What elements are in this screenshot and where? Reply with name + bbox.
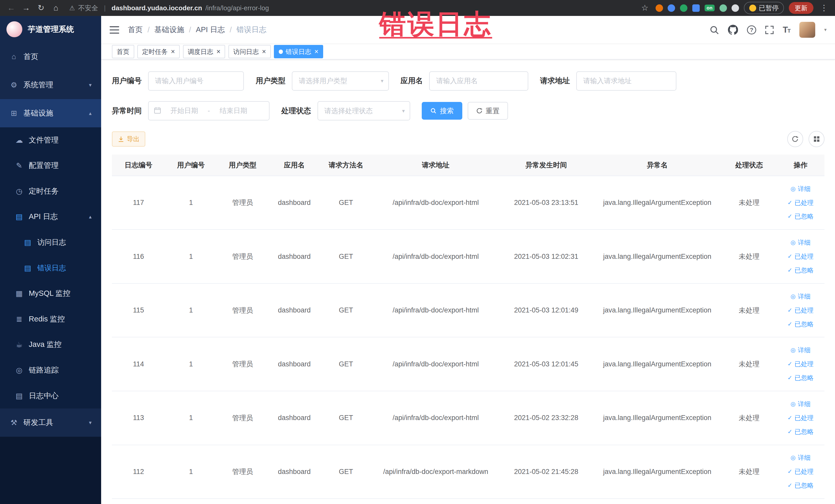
close-icon[interactable]: × <box>217 48 221 56</box>
user-menu-caret-icon[interactable]: ▾ <box>824 27 827 33</box>
browser-home-icon[interactable]: ⌂ <box>50 0 62 16</box>
bookmark-star-icon[interactable]: ☆ <box>639 0 651 16</box>
extension-icon-6[interactable] <box>732 4 739 12</box>
mark-processed-link[interactable]: ✓ 已处理 <box>779 249 822 263</box>
breadcrumb-home[interactable]: 首页 <box>128 25 143 35</box>
help-icon[interactable]: ? <box>747 25 756 35</box>
breadcrumb-infrastructure[interactable]: 基础设施 <box>154 25 184 35</box>
column-header: 异常名 <box>593 155 721 176</box>
filter-user-type: 用户类型 请选择用户类型 ▾ <box>256 72 389 90</box>
breadcrumb-api-log[interactable]: API 日志 <box>196 25 225 35</box>
search-icon[interactable] <box>710 25 719 35</box>
sidebar-item-system[interactable]: ⚙ 系统管理 ▾ <box>0 71 101 99</box>
mark-ignored-link[interactable]: ✓ 已忽略 <box>779 209 822 223</box>
tab-home[interactable]: 首页 <box>112 45 134 58</box>
document-icon: ▤ <box>23 264 32 273</box>
cell-user-type: 管理员 <box>217 176 268 230</box>
sidebar-item-redis-monitor[interactable]: ≣ Redis 监控 <box>0 306 101 332</box>
tab-access-log[interactable]: 访问日志 × <box>228 45 271 58</box>
date-range-picker[interactable]: - <box>148 101 269 120</box>
sidebar-item-file-mgmt[interactable]: ☁ 文件管理 <box>0 127 101 153</box>
export-button[interactable]: 导出 <box>112 132 145 146</box>
mark-processed-link[interactable]: ✓ 已处理 <box>779 411 822 425</box>
tab-scheduler-log[interactable]: 调度日志 × <box>183 45 225 58</box>
sidebar-item-label: 研发工具 <box>23 418 53 428</box>
detail-link[interactable]: ◎ 详细 <box>779 451 822 465</box>
security-label[interactable]: 不安全 <box>78 4 98 13</box>
column-settings-button[interactable] <box>809 131 824 147</box>
reset-button[interactable]: 重置 <box>468 102 508 119</box>
mark-processed-link[interactable]: ✓ 已处理 <box>779 196 822 210</box>
extension-icon-5[interactable] <box>719 4 727 12</box>
close-icon[interactable]: × <box>262 48 266 56</box>
detail-link[interactable]: ◎ 详细 <box>779 397 822 411</box>
tab-scheduled-jobs[interactable]: 定时任务 × <box>137 45 180 58</box>
date-end-input[interactable] <box>213 107 254 115</box>
sidebar-item-api-log[interactable]: ▤ API 日志 ▴ <box>0 204 101 230</box>
sidebar-item-home[interactable]: ⌂ 首页 <box>0 43 101 71</box>
sidebar-item-access-log[interactable]: ▤ 访问日志 <box>0 229 101 255</box>
sidebar-item-config-mgmt[interactable]: ✎ 配置管理 <box>0 153 101 179</box>
browser-menu-icon[interactable]: ⋮ <box>818 0 830 16</box>
paused-badge[interactable]: 已暂停 <box>744 2 784 14</box>
sidebar-item-trace[interactable]: ◎ 链路追踪 <box>0 357 101 383</box>
sidebar-item-java-monitor[interactable]: ☕ Java 监控 <box>0 332 101 358</box>
close-icon[interactable]: × <box>171 48 175 56</box>
search-button[interactable]: 搜索 <box>422 102 462 119</box>
cell-user-id: 1 <box>165 229 217 283</box>
extension-icon-3[interactable] <box>680 4 687 12</box>
chevron-up-icon: ▴ <box>89 214 91 220</box>
sidebar-item-mysql-monitor[interactable]: ▦ MySQL 监控 <box>0 281 101 306</box>
detail-link[interactable]: ◎ 详细 <box>779 182 822 196</box>
app-name-input[interactable] <box>429 72 528 90</box>
app-logo[interactable]: 芋道管理系统 <box>0 16 101 43</box>
detail-link[interactable]: ◎ 详细 <box>779 236 822 249</box>
processed-link-label: 已处理 <box>794 411 814 425</box>
extension-icon-4[interactable] <box>692 4 700 12</box>
sidebar-item-error-log[interactable]: ▤ 错误日志 <box>0 255 101 281</box>
user-id-input[interactable] <box>148 72 244 90</box>
date-start-input[interactable] <box>164 107 205 115</box>
refresh-button[interactable] <box>787 131 803 147</box>
close-icon[interactable]: × <box>314 48 319 56</box>
mark-processed-link[interactable]: ✓ 已处理 <box>779 357 822 371</box>
detail-link[interactable]: ◎ 详细 <box>779 343 822 357</box>
browser-reload-icon[interactable]: ↻ <box>35 0 47 16</box>
document-icon: ▤ <box>15 391 23 400</box>
process-status-select[interactable]: 请选择处理状态 ▾ <box>318 101 410 120</box>
sidebar-item-log-center[interactable]: ▤ 日志中心 <box>0 383 101 409</box>
github-icon[interactable] <box>728 25 738 35</box>
mark-ignored-link[interactable]: ✓ 已忽略 <box>779 425 822 439</box>
request-url-input[interactable] <box>576 72 676 90</box>
fullscreen-icon[interactable] <box>765 26 774 34</box>
column-header: 操作 <box>776 155 824 176</box>
mark-ignored-link[interactable]: ✓ 已忽略 <box>779 317 822 331</box>
active-tab-dot <box>279 49 283 54</box>
extension-on-badge[interactable]: on <box>705 5 715 11</box>
address-bar[interactable]: ⚠ 不安全 | dashboard.yudao.iocoder.cn/infra… <box>69 4 636 13</box>
mark-ignored-link[interactable]: ✓ 已忽略 <box>779 371 822 385</box>
tab-error-log[interactable]: 错误日志 × <box>274 45 323 58</box>
sidebar-item-scheduled-jobs[interactable]: ◷ 定时任务 <box>0 178 101 204</box>
mark-processed-link[interactable]: ✓ 已处理 <box>779 303 822 317</box>
cell-method: GET <box>320 283 372 337</box>
mark-ignored-link[interactable]: ✓ 已忽略 <box>779 479 822 492</box>
sidebar-item-dev-tools[interactable]: ⚒ 研发工具 ▾ <box>0 408 101 437</box>
detail-link[interactable]: ◎ 详细 <box>779 289 822 303</box>
extension-icon-2[interactable] <box>668 4 675 12</box>
browser-forward-icon[interactable]: → <box>20 0 32 16</box>
font-size-icon[interactable]: TT <box>782 25 790 35</box>
cell-log-id: 116 <box>112 229 165 283</box>
browser-back-icon[interactable]: ← <box>5 0 17 16</box>
sidebar-collapse-icon[interactable] <box>109 26 119 34</box>
user-avatar[interactable] <box>799 22 815 38</box>
sidebar-item-infrastructure[interactable]: ⊞ 基础设施 ▴ <box>0 99 101 127</box>
extension-icon-1[interactable] <box>656 4 663 12</box>
update-button[interactable]: 更新 <box>789 2 813 14</box>
document-icon: ▤ <box>15 212 23 221</box>
edit-icon: ✎ <box>15 161 23 170</box>
user-type-select[interactable]: 请选择用户类型 ▾ <box>292 72 389 90</box>
mark-ignored-link[interactable]: ✓ 已忽略 <box>779 263 822 277</box>
mark-processed-link[interactable]: ✓ 已处理 <box>779 465 822 479</box>
cell-log-id: 114 <box>112 337 165 391</box>
